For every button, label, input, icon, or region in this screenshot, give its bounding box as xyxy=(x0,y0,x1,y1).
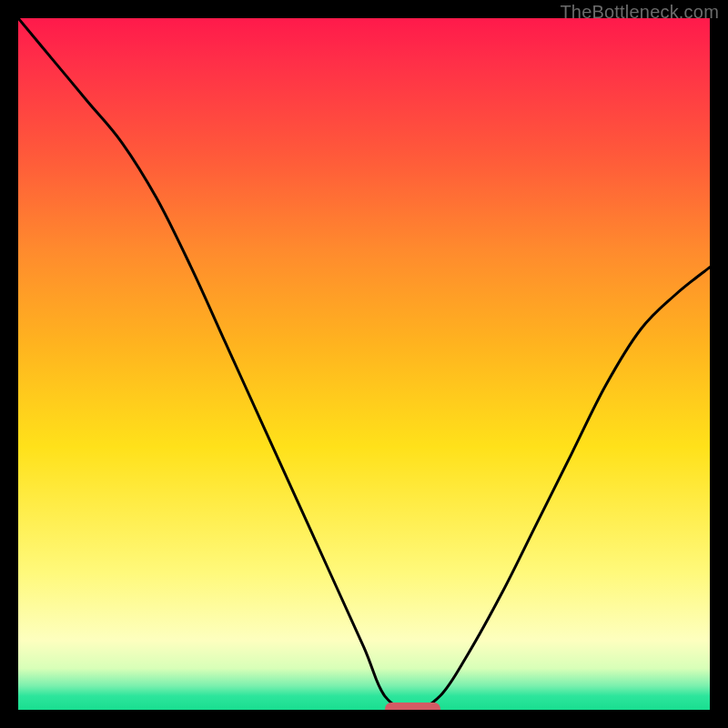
plot-area xyxy=(18,18,710,710)
bottleneck-curve xyxy=(18,18,710,710)
optimal-range-marker xyxy=(385,703,440,710)
watermark-text: TheBottleneck.com xyxy=(560,2,719,23)
chart-frame: TheBottleneck.com xyxy=(0,0,728,728)
